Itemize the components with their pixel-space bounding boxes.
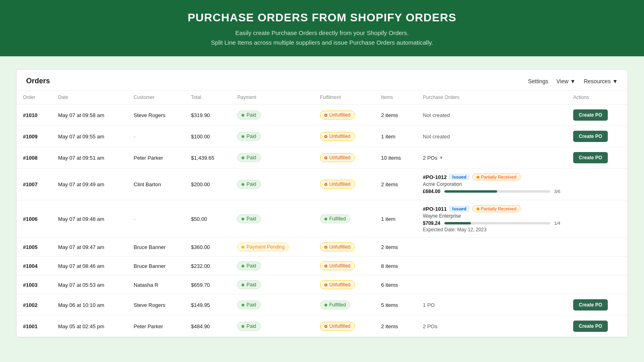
fulfilment-badge: Unfulfilled bbox=[320, 243, 355, 251]
items-count: 6 items bbox=[375, 276, 417, 294]
banner: PURCHASE ORDERS FROM SHOPIFY ORDERS Easi… bbox=[0, 0, 644, 56]
purchase-orders-cell bbox=[417, 257, 567, 276]
customer-name: Peter Parker bbox=[127, 147, 185, 169]
order-number[interactable]: #1003 bbox=[17, 276, 52, 294]
customer-name: Steve Rogers bbox=[127, 294, 185, 316]
actions-cell bbox=[567, 276, 627, 294]
col-date: Date bbox=[52, 90, 127, 105]
view-chevron-icon: ▼ bbox=[570, 78, 576, 84]
fulfilment-badge: Unfulfilled bbox=[320, 153, 355, 162]
order-number[interactable]: #1008 bbox=[17, 147, 52, 169]
payment-status: Paid bbox=[231, 169, 314, 200]
col-fulfilment: Fulfilment bbox=[314, 90, 375, 105]
po-expected-date: Expected Date: May 12, 2023 bbox=[423, 227, 560, 232]
banner-subtitle-line1: Easily create Purchase Orders directly f… bbox=[235, 29, 409, 36]
card-header: Orders Settings View ▼ Resources ▼ bbox=[17, 70, 627, 90]
po-amount: £684.00 bbox=[423, 189, 440, 194]
order-date: May 07 at 09:55 am bbox=[52, 126, 127, 147]
items-count: 8 items bbox=[375, 257, 417, 276]
payment-status: Paid bbox=[231, 294, 314, 316]
customer-name: Natasha R bbox=[127, 276, 185, 294]
create-po-button[interactable]: Create PO bbox=[573, 299, 608, 311]
fulfilment-badge: Unfulfilled bbox=[320, 280, 355, 289]
order-number[interactable]: #1005 bbox=[17, 238, 52, 257]
fulfilment-status: Unfulfilled bbox=[314, 316, 375, 337]
po-partially-received-badge: Partially Received bbox=[472, 205, 521, 212]
order-number[interactable]: #1010 bbox=[17, 105, 52, 126]
po-amount: $709.24 bbox=[423, 220, 440, 226]
col-payment: Payment bbox=[231, 90, 314, 105]
fulfilment-status: Fulfilled bbox=[314, 294, 375, 316]
table-row: #1008 May 07 at 09:51 am Peter Parker $1… bbox=[17, 147, 627, 169]
fulfilment-status: Unfulfilled bbox=[314, 105, 375, 126]
fulfilment-status: Unfulfilled bbox=[314, 169, 375, 200]
fulfilment-status: Unfulfilled bbox=[314, 238, 375, 257]
order-date: May 07 at 09:58 am bbox=[52, 105, 127, 126]
table-row: #1001 May 05 at 02:45 pm Peter Parker $4… bbox=[17, 316, 627, 337]
po-simple: 1 PO bbox=[423, 302, 435, 308]
banner-title: PURCHASE ORDERS FROM SHOPIFY ORDERS bbox=[8, 11, 636, 24]
actions-cell: Create PO bbox=[567, 147, 627, 169]
purchase-orders-cell: #PO-1011 Issued Partially Received Wayne… bbox=[417, 200, 567, 238]
fulfilment-status: Unfulfilled bbox=[314, 147, 375, 169]
po-dropdown[interactable]: 2 POs ▼ bbox=[423, 155, 444, 161]
order-total: $200.00 bbox=[185, 169, 231, 200]
po-amount-row: $709.24 1/4 bbox=[423, 220, 560, 226]
resources-button[interactable]: Resources ▼ bbox=[584, 78, 618, 84]
order-total: $149.95 bbox=[185, 294, 231, 316]
order-number[interactable]: #1004 bbox=[17, 257, 52, 276]
payment-status: Paid bbox=[231, 126, 314, 147]
order-date: May 07 at 08:46 am bbox=[52, 257, 127, 276]
payment-badge: Paid bbox=[237, 111, 260, 119]
customer-name: Peter Parker bbox=[127, 316, 185, 337]
table-row: #1004 May 07 at 08:46 am Bruce Banner $2… bbox=[17, 257, 627, 276]
create-po-button[interactable]: Create PO bbox=[573, 109, 608, 121]
items-count: 2 items bbox=[375, 316, 417, 337]
payment-badge: Paid bbox=[237, 280, 260, 289]
po-issued-badge: Issued bbox=[449, 174, 470, 180]
create-po-button[interactable]: Create PO bbox=[573, 152, 608, 163]
payment-status: Paid bbox=[231, 276, 314, 294]
order-number[interactable]: #1001 bbox=[17, 316, 52, 337]
purchase-orders-cell bbox=[417, 238, 567, 257]
po-fraction: 3/6 bbox=[554, 189, 560, 194]
po-dropdown-arrow-icon: ▼ bbox=[439, 155, 444, 160]
po-progress-fill bbox=[444, 222, 471, 224]
actions-cell bbox=[567, 200, 627, 238]
items-count: 2 items bbox=[375, 238, 417, 257]
actions-cell: Create PO bbox=[567, 126, 627, 147]
order-number[interactable]: #1006 bbox=[17, 200, 52, 238]
table-header-row: Order Date Customer Total Payment Fulfil… bbox=[17, 90, 627, 105]
order-number[interactable]: #1009 bbox=[17, 126, 52, 147]
order-number[interactable]: #1007 bbox=[17, 169, 52, 200]
orders-table: Order Date Customer Total Payment Fulfil… bbox=[17, 90, 627, 337]
fulfilment-badge: Unfulfilled bbox=[320, 261, 355, 270]
order-total: $360.00 bbox=[185, 238, 231, 257]
payment-status: Paid bbox=[231, 257, 314, 276]
order-date: May 07 at 09:51 am bbox=[52, 147, 127, 169]
col-actions: Actions bbox=[567, 90, 627, 105]
fulfilment-badge: Unfulfilled bbox=[320, 322, 355, 331]
fulfilment-badge: Unfulfilled bbox=[320, 180, 355, 189]
po-progress-bar bbox=[444, 190, 550, 193]
po-detail-1: #PO-1012 Issued Partially Received Acme … bbox=[423, 173, 560, 194]
purchase-orders-cell: #PO-1012 Issued Partially Received Acme … bbox=[417, 169, 567, 200]
purchase-orders-cell bbox=[417, 276, 567, 294]
po-number: #PO-1011 bbox=[423, 206, 447, 212]
order-number[interactable]: #1002 bbox=[17, 294, 52, 316]
fulfilment-status: Unfulfilled bbox=[314, 126, 375, 147]
purchase-orders-cell: 2 POs bbox=[417, 316, 567, 337]
actions-cell: Create PO bbox=[567, 294, 627, 316]
payment-badge: Paid bbox=[237, 153, 260, 162]
settings-button[interactable]: Settings bbox=[528, 78, 549, 84]
view-button[interactable]: View ▼ bbox=[556, 78, 576, 84]
customer-name: - bbox=[127, 200, 185, 238]
create-po-button[interactable]: Create PO bbox=[573, 321, 608, 332]
payment-badge: Paid bbox=[237, 300, 260, 309]
po-number: #PO-1012 bbox=[423, 174, 447, 180]
order-total: $50.00 bbox=[185, 200, 231, 238]
create-po-button[interactable]: Create PO bbox=[573, 131, 608, 142]
payment-badge: Paid bbox=[237, 322, 260, 331]
order-date: May 07 at 05:53 am bbox=[52, 276, 127, 294]
payment-badge: Paid bbox=[237, 132, 260, 141]
